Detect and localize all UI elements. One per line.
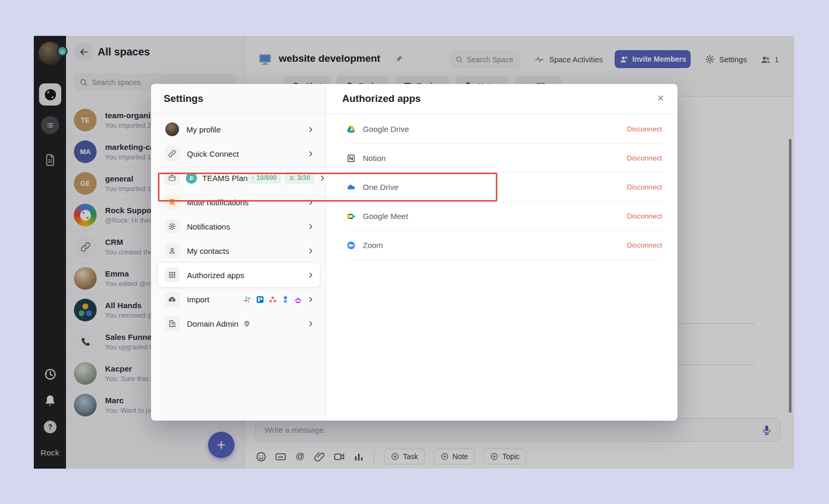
clip-icon[interactable] <box>314 451 325 462</box>
space-preview: You edited @m <box>105 280 152 288</box>
space-name: marketing-ca <box>105 142 154 151</box>
briefcase-icon <box>168 174 176 182</box>
space-activities-button[interactable]: Space Activities <box>534 51 603 68</box>
disconnect-button[interactable]: Disconnect <box>627 183 662 191</box>
cloud-up-icon <box>168 295 176 303</box>
authorized-app-row-zoom: ZoomDisconnect <box>326 231 677 260</box>
link-icon <box>168 149 176 158</box>
menu-label: TEAMS Plan <box>202 174 248 183</box>
new-space-button[interactable]: + <box>208 432 234 458</box>
settings-menu-item-my-contacts[interactable]: My contacts <box>157 239 320 263</box>
disconnect-button[interactable]: Disconnect <box>627 154 662 162</box>
space-info: KacperYou: Sure that r <box>105 364 153 383</box>
space-preview: You: Sure that r <box>105 375 153 383</box>
at-icon[interactable]: @ <box>295 451 306 462</box>
chevron-right-icon <box>307 296 315 303</box>
mic-icon[interactable] <box>761 424 773 436</box>
icon-box <box>165 219 180 234</box>
pin-icon[interactable] <box>394 54 403 64</box>
message-input[interactable] <box>265 419 740 441</box>
invite-members-button[interactable]: Invite Members <box>615 50 691 68</box>
scrollbar[interactable] <box>789 139 792 413</box>
settings-modal-title: Settings <box>164 93 203 104</box>
settings-menu-item-quick-connect[interactable]: Quick Connect <box>157 141 320 166</box>
gif-icon[interactable]: GIF <box>275 451 286 462</box>
jira-icon <box>281 295 290 304</box>
settings-menu-item-import[interactable]: Import <box>157 287 320 311</box>
threads-button[interactable] <box>41 116 59 134</box>
chevron-right-icon <box>307 320 315 328</box>
cam-icon[interactable] <box>334 451 345 462</box>
space-name: CRM <box>105 237 153 246</box>
chevron-right-icon <box>307 150 315 158</box>
import-source-icons <box>243 295 303 304</box>
modal-header-divider <box>151 113 677 114</box>
disconnect-button[interactable]: Disconnect <box>627 212 662 220</box>
plus-circle-icon <box>490 452 498 461</box>
space-avatar <box>74 299 97 321</box>
authorized-app-row-google-meet: Google MeetDisconnect <box>326 202 677 231</box>
space-preview: You upgraded t <box>105 343 154 351</box>
settings-menu-item-authorized-apps[interactable]: Authorized apps <box>157 263 320 287</box>
action-label: Note <box>453 452 468 461</box>
message-composer[interactable] <box>256 418 780 442</box>
poll-icon[interactable] <box>353 451 364 462</box>
member-count[interactable]: 1 <box>760 51 779 68</box>
history-button[interactable] <box>43 367 58 382</box>
rock-support-avatar <box>74 204 97 226</box>
menu-label: My profile <box>186 125 221 134</box>
messages-quota-badge: ·10/600 <box>248 172 281 184</box>
space-name: Marc <box>105 396 151 405</box>
rock-workspace-button[interactable] <box>39 83 61 106</box>
menu-label: Notifications <box>187 222 230 231</box>
space-avatar: TE <box>74 109 97 131</box>
authorized-app-row-google-drive: Google DriveDisconnect <box>326 115 677 144</box>
notifications-rail-button[interactable] <box>43 394 57 407</box>
gmeet-icon <box>346 212 356 221</box>
icon-box <box>165 170 180 185</box>
invite-members-label: Invite Members <box>633 55 686 63</box>
arrow-left-icon <box>79 47 89 57</box>
app-name: One Drive <box>363 183 399 192</box>
space-info: EmmaYou edited @m <box>105 269 152 288</box>
space-settings-button[interactable]: Settings <box>705 51 747 68</box>
space-name: team-organiz <box>105 111 154 120</box>
row-divider <box>346 259 662 260</box>
member-count-value: 1 <box>775 55 779 64</box>
settings-menu-item-notifications[interactable]: Notifications <box>157 214 320 239</box>
people-icon <box>289 175 295 181</box>
people-icon <box>189 175 195 181</box>
space-preview: You created the <box>105 248 153 256</box>
shield-check-icon <box>243 320 251 328</box>
add-note-button[interactable]: Note <box>434 449 475 464</box>
search-space-label: Search Space <box>467 55 513 64</box>
settings-modal: Settings Authorized apps ✕ My profileQui… <box>151 84 677 421</box>
settings-menu-item-mute-notifications[interactable]: Mute notifications <box>157 190 320 214</box>
pulse-icon <box>534 54 544 64</box>
settings-menu-item-teams-plan[interactable]: TEAMS Plan·10/6003/30 <box>157 166 320 190</box>
user-avatar[interactable] <box>39 42 62 65</box>
add-task-button[interactable]: Task <box>384 449 425 464</box>
notes-rail-button[interactable] <box>43 153 57 167</box>
clickup-icon <box>294 295 303 304</box>
help-button[interactable]: ? <box>44 421 56 433</box>
space-preview: You imported 1 <box>105 185 151 193</box>
smiley-icon[interactable] <box>256 451 267 462</box>
chevron-right-icon <box>307 198 315 206</box>
chevron-right-icon <box>307 223 315 231</box>
contacts-icon <box>168 246 176 255</box>
disconnect-button[interactable]: Disconnect <box>627 241 662 249</box>
settings-menu-item-domain-admin[interactable]: Domain Admin <box>157 311 320 336</box>
people-icon <box>760 54 771 65</box>
back-button[interactable] <box>74 43 92 61</box>
screen: { "colors": { "accent": "#5563c1", "disc… <box>0 0 829 504</box>
grid9-icon <box>168 271 176 279</box>
space-preview: You imported 2 <box>105 121 154 129</box>
icon-box <box>165 316 180 331</box>
search-space-button[interactable]: Search Space <box>450 51 520 68</box>
disconnect-button[interactable]: Disconnect <box>627 125 662 133</box>
settings-menu-item-my-profile[interactable]: My profile <box>157 117 320 141</box>
add-topic-button[interactable]: Topic <box>483 449 526 464</box>
menu-label: Mute notifications <box>187 198 249 207</box>
close-icon[interactable]: ✕ <box>653 91 668 106</box>
